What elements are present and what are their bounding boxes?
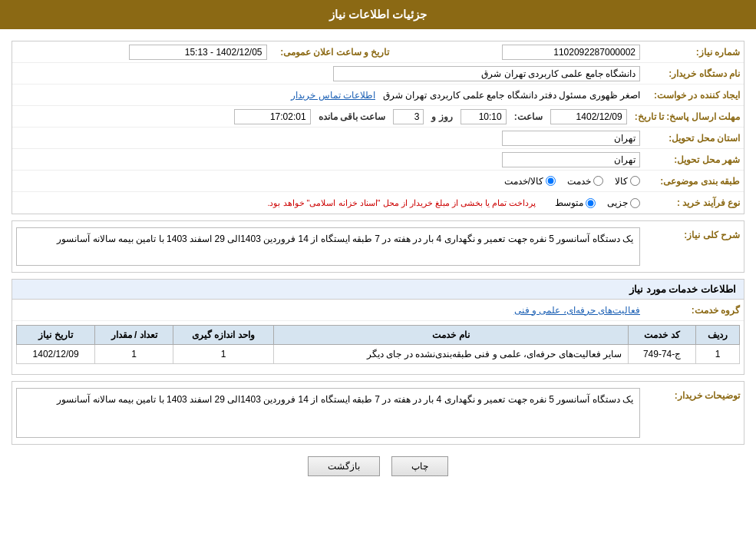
row-category: طبقه بندی موضوعی: کالا خدمت کالا/خدمت xyxy=(12,171,744,192)
buyer-description-text: یک دستگاه آسانسور 5 نفره جهت تعمیر و نگه… xyxy=(16,388,640,438)
need-description-text: یک دستگاه آسانسور 5 نفره جهت تعمیر و نگه… xyxy=(16,227,640,266)
main-form: شماره نیاز: تاریخ و ساعت اعلان عمومی: نا… xyxy=(12,41,744,214)
deadline-remaining-input[interactable] xyxy=(234,109,311,124)
services-table-section: ردیف کد خدمت نام خدمت واحد اندازه گیری ت… xyxy=(12,321,744,368)
page-header: جزئیات اطلاعات نیاز xyxy=(0,0,756,29)
creator-label: ایجاد کننده در خواست: xyxy=(640,90,740,101)
row-need-description: شرح کلی نیاز: یک دستگاه آسانسور 5 نفره ج… xyxy=(12,221,744,272)
cell-rownum: 1 xyxy=(696,345,740,364)
creator-cell: اصغر ظهوری مسئول دفتر دانشگاه جامع علمی … xyxy=(16,90,640,101)
deadline-remaining-label: ساعت باقی مانده xyxy=(319,111,386,122)
deadline-date-input[interactable] xyxy=(550,109,627,124)
service-group-value[interactable]: فعالیت‌های حرفه‌ای، علمی و فنی xyxy=(514,305,640,316)
category-cell: کالا خدمت کالا/خدمت xyxy=(16,176,640,187)
row-requester-org: نام دستگاه خریدار: xyxy=(12,63,744,84)
cell-unit: 1 xyxy=(173,345,274,364)
page-wrapper: جزئیات اطلاعات نیاز شماره نیاز: تاریخ و … xyxy=(0,0,756,540)
announce-date-label: تاریخ و ساعت اعلان عمومی: xyxy=(267,47,390,58)
city-cell xyxy=(16,152,640,167)
service-group-label: گروه خدمت: xyxy=(640,305,740,316)
print-button[interactable]: چاپ xyxy=(391,456,448,476)
content-area: شماره نیاز: تاریخ و ساعت اعلان عمومی: نا… xyxy=(0,37,756,480)
deadline-time-label: ساعت: xyxy=(514,111,543,122)
col-qty: تعداد / مقدار xyxy=(95,326,173,345)
page-title: جزئیات اطلاعات نیاز xyxy=(329,8,427,21)
row-province: استان محل تحویل: xyxy=(12,128,744,149)
category-label: طبقه بندی موضوعی: xyxy=(640,176,740,187)
province-label: استان محل تحویل: xyxy=(640,133,740,144)
buyer-description-value: یک دستگاه آسانسور 5 نفره جهت تعمیر و نگه… xyxy=(16,388,640,438)
need-number-input[interactable] xyxy=(502,45,640,60)
deadline-time-input[interactable] xyxy=(461,109,507,124)
cell-code: ج-74-749 xyxy=(629,345,696,364)
purchase-type-option2[interactable]: متوسط xyxy=(555,197,596,208)
table-row: 1 ج-74-749 سایر فعالیت‌های حرفه‌ای، علمی… xyxy=(17,345,740,364)
row-need-number: شماره نیاز: تاریخ و ساعت اعلان عمومی: xyxy=(12,41,744,63)
back-button[interactable]: بازگشت xyxy=(308,456,380,476)
cell-name: سایر فعالیت‌های حرفه‌ای، علمی و فنی طبقه… xyxy=(273,345,628,364)
purchase-type-note: پرداخت تمام یا بخشی از مبلغ خریدار از مح… xyxy=(267,198,536,208)
cell-qty: 1 xyxy=(95,345,173,364)
creator-value: اصغر ظهوری مسئول دفتر دانشگاه جامع علمی … xyxy=(383,90,640,101)
row-deadline: مهلت ارسال پاسخ: تا تاریخ: ساعت: روز و س… xyxy=(12,106,744,128)
row-buyer-description: توضیحات خریدار: یک دستگاه آسانسور 5 نفره… xyxy=(12,382,744,444)
purchase-type-cell: جزیی متوسط پرداخت تمام یا بخشی از مبلغ خ… xyxy=(16,197,640,208)
requester-org-input[interactable] xyxy=(333,66,640,81)
row-creator: ایجاد کننده در خواست: اصغر ظهوری مسئول د… xyxy=(12,84,744,106)
deadline-days-label: روز و xyxy=(431,111,452,122)
category-option1[interactable]: کالا xyxy=(615,176,640,187)
service-group-cell: فعالیت‌های حرفه‌ای، علمی و فنی xyxy=(16,305,640,316)
need-number-label: شماره نیاز: xyxy=(640,47,740,58)
buyer-description-label: توضیحات خریدار: xyxy=(640,388,740,401)
table-header-row: ردیف کد خدمت نام خدمت واحد اندازه گیری ت… xyxy=(17,326,740,345)
col-date: تاریخ نیاز xyxy=(17,326,95,345)
province-input[interactable] xyxy=(502,131,640,146)
creator-link[interactable]: اطلاعات تماس خریدار xyxy=(291,90,375,101)
row-city: شهر محل تحویل: xyxy=(12,149,744,171)
need-description-label: شرح کلی نیاز: xyxy=(640,227,740,240)
row-service-group: گروه خدمت: فعالیت‌های حرفه‌ای، علمی و فن… xyxy=(12,300,744,321)
services-title: اطلاعات خدمات مورد نیاز xyxy=(12,280,744,300)
requester-org-cell xyxy=(16,66,640,81)
deadline-days-input[interactable] xyxy=(393,109,424,124)
buttons-row: چاپ بازگشت xyxy=(12,456,744,476)
need-number-value-cell xyxy=(390,45,641,60)
deadline-label: مهلت ارسال پاسخ: تا تاریخ: xyxy=(627,111,740,122)
province-cell xyxy=(16,131,640,146)
deadline-cell: ساعت: روز و ساعت باقی مانده xyxy=(16,109,627,124)
announce-date-cell xyxy=(16,45,267,60)
cell-date: 1402/12/09 xyxy=(17,345,95,364)
purchase-type-option1[interactable]: جزیی xyxy=(607,197,640,208)
col-code: کد خدمت xyxy=(629,326,696,345)
need-description-section: شرح کلی نیاز: یک دستگاه آسانسور 5 نفره ج… xyxy=(12,220,744,273)
row-purchase-type: نوع فرآیند خرید : جزیی متوسط پرداخت تمام… xyxy=(12,192,744,214)
city-input[interactable] xyxy=(502,152,640,167)
col-unit: واحد اندازه گیری xyxy=(173,326,274,345)
buyer-description-section: توضیحات خریدار: یک دستگاه آسانسور 5 نفره… xyxy=(12,381,744,445)
category-option2[interactable]: خدمت xyxy=(567,176,603,187)
need-description-value: یک دستگاه آسانسور 5 نفره جهت تعمیر و نگه… xyxy=(16,227,640,266)
requester-org-label: نام دستگاه خریدار: xyxy=(640,68,740,79)
col-rownum: ردیف xyxy=(696,326,740,345)
services-section: اطلاعات خدمات مورد نیاز گروه خدمت: فعالی… xyxy=(12,279,744,375)
purchase-type-label: نوع فرآیند خرید : xyxy=(640,197,740,208)
category-option3[interactable]: کالا/خدمت xyxy=(504,176,556,187)
announce-date-input[interactable] xyxy=(129,45,267,60)
col-name: نام خدمت xyxy=(273,326,628,345)
city-label: شهر محل تحویل: xyxy=(640,154,740,165)
services-table: ردیف کد خدمت نام خدمت واحد اندازه گیری ت… xyxy=(16,325,740,364)
